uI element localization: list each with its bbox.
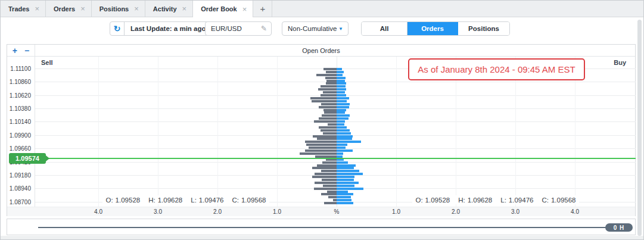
buy-bar[interactable] — [337, 97, 349, 99]
buy-bar[interactable] — [337, 82, 346, 85]
vertical-scrollbar[interactable] — [637, 20, 642, 236]
sell-bar[interactable] — [321, 170, 337, 172]
refresh-icon[interactable]: ↻ — [110, 22, 125, 35]
buy-bar[interactable] — [337, 100, 347, 102]
close-icon[interactable]: × — [134, 5, 139, 13]
close-icon[interactable]: × — [35, 5, 39, 13]
sell-bar[interactable] — [321, 193, 337, 195]
buy-bar[interactable] — [337, 196, 351, 198]
sell-bar[interactable] — [326, 82, 337, 85]
buy-bar[interactable] — [337, 74, 343, 76]
sell-bar[interactable] — [321, 85, 337, 88]
sell-bar[interactable] — [312, 176, 337, 178]
sell-bar[interactable] — [318, 88, 337, 91]
sell-bar[interactable] — [305, 141, 337, 143]
buy-bar[interactable] — [337, 138, 352, 140]
buy-bar[interactable] — [337, 129, 350, 132]
buy-bar[interactable] — [337, 77, 346, 79]
sell-bar[interactable] — [312, 100, 337, 102]
buy-bar[interactable] — [337, 161, 348, 164]
sell-bar[interactable] — [325, 77, 337, 79]
sell-bar[interactable] — [305, 149, 337, 152]
sell-bar[interactable] — [319, 126, 337, 129]
sell-bar[interactable] — [300, 152, 337, 155]
tab-trades[interactable]: Trades× — [1, 1, 46, 17]
buy-bar[interactable] — [337, 94, 346, 96]
buy-bar[interactable] — [337, 106, 349, 108]
buy-bar[interactable] — [337, 132, 351, 135]
sell-bar[interactable] — [314, 188, 337, 190]
sell-bar[interactable] — [319, 117, 337, 120]
sell-bar[interactable] — [326, 71, 337, 73]
buy-bar[interactable] — [337, 126, 347, 129]
sell-bar[interactable] — [314, 120, 337, 123]
buy-bar[interactable] — [337, 120, 345, 123]
sell-bar[interactable] — [324, 202, 337, 204]
buy-bar[interactable] — [337, 179, 354, 181]
sell-bar[interactable] — [323, 132, 337, 135]
tab-positions[interactable]: Positions× — [92, 1, 145, 17]
sell-bar[interactable] — [312, 167, 337, 169]
buy-bar[interactable] — [337, 91, 345, 93]
buy-bar[interactable] — [337, 193, 353, 195]
buy-bar[interactable] — [337, 149, 353, 152]
sell-bar[interactable] — [309, 147, 337, 149]
filter-positions-button[interactable]: Positions — [458, 22, 509, 35]
tab-orders[interactable]: Orders× — [46, 1, 92, 17]
sell-bar[interactable] — [323, 68, 337, 70]
buy-bar[interactable] — [337, 85, 346, 88]
sell-bar[interactable] — [315, 182, 337, 184]
buy-bar[interactable] — [337, 182, 359, 184]
buy-bar[interactable] — [337, 88, 346, 91]
buy-bar[interactable] — [337, 188, 363, 190]
buy-bar[interactable] — [337, 185, 354, 187]
buy-bar[interactable] — [337, 170, 359, 172]
sell-bar[interactable] — [323, 185, 337, 187]
buy-bar[interactable] — [337, 173, 363, 175]
sell-bar[interactable] — [316, 74, 337, 76]
sell-bar[interactable] — [310, 97, 337, 99]
tab-order-book[interactable]: Order Book× — [193, 1, 253, 17]
buy-bar[interactable] — [337, 147, 346, 149]
sell-bar[interactable] — [317, 138, 337, 140]
close-icon[interactable]: × — [182, 5, 187, 13]
sell-bar[interactable] — [319, 106, 337, 108]
sell-bar[interactable] — [321, 94, 337, 96]
buy-bar[interactable] — [337, 103, 350, 105]
sell-bar[interactable] — [322, 114, 337, 117]
cumulative-mode-select[interactable]: Non-Cumulative ▼ — [282, 21, 349, 36]
pencil-icon[interactable]: ✎ — [261, 24, 267, 33]
buy-bar[interactable] — [337, 114, 350, 117]
sell-bar[interactable] — [321, 103, 337, 105]
close-icon[interactable]: × — [242, 5, 247, 13]
sell-bar[interactable] — [324, 111, 337, 114]
buy-bar[interactable] — [337, 167, 354, 169]
zoom-in-button[interactable]: + — [13, 46, 17, 55]
buy-bar[interactable] — [337, 141, 361, 143]
depth-plot[interactable]: Sell Buy As of January 8th 2024 - 09:45 … — [35, 57, 636, 207]
buy-bar[interactable] — [337, 68, 342, 70]
buy-bar[interactable] — [337, 71, 344, 73]
buy-bar[interactable] — [337, 117, 349, 120]
sell-bar[interactable] — [322, 161, 337, 164]
buy-bar[interactable] — [337, 111, 345, 114]
buy-bar[interactable] — [337, 144, 347, 146]
filter-all-button[interactable]: All — [362, 22, 407, 35]
add-tab-button[interactable]: + — [253, 1, 272, 17]
tab-activity[interactable]: Activity× — [145, 1, 193, 17]
symbol-input[interactable]: EUR/USD ✎ — [205, 21, 272, 36]
sell-bar[interactable] — [321, 129, 337, 132]
zoom-out-button[interactable]: − — [24, 46, 29, 55]
sell-bar[interactable] — [328, 123, 337, 126]
filter-orders-button[interactable]: Orders — [407, 22, 458, 35]
sell-bar[interactable] — [328, 196, 337, 198]
sell-bar[interactable] — [322, 179, 337, 181]
sell-bar[interactable] — [306, 144, 337, 146]
sell-bar[interactable] — [323, 91, 337, 93]
buy-bar[interactable] — [337, 202, 353, 204]
time-slider-handle[interactable]: 0 H — [605, 223, 633, 232]
buy-bar[interactable] — [337, 199, 351, 201]
buy-bar[interactable] — [337, 152, 343, 155]
last-update-button[interactable]: Last Update: a min ago — [125, 25, 212, 32]
sell-bar[interactable] — [315, 173, 337, 175]
